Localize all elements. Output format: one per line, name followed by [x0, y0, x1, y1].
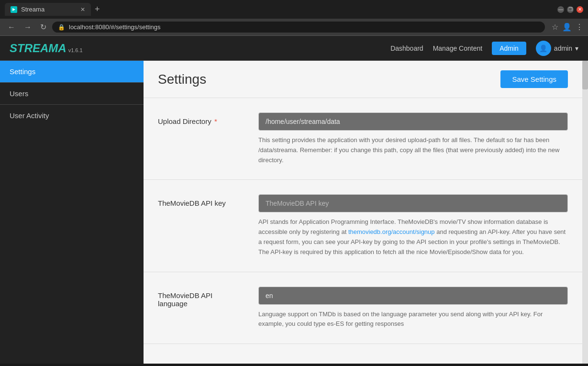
dashboard-link[interactable]: Dashboard — [390, 44, 423, 52]
app-nav: Dashboard Manage Content Admin 👤 admin ▾ — [390, 41, 578, 56]
tmdb-api-language-input[interactable] — [258, 287, 568, 305]
user-name: admin — [554, 44, 572, 52]
tmdb-api-language-content: Language support on TMDb is based on the… — [258, 287, 568, 330]
browser-actions: ☆ 👤 ⋮ — [552, 22, 583, 32]
tab-close-button[interactable]: ✕ — [80, 6, 85, 13]
tmdb-api-key-description: API stands for Application Programming I… — [258, 217, 568, 257]
page-title: Settings — [158, 72, 500, 87]
setting-row-tmdb-api-key: TheMovieDB API key API stands for Applic… — [158, 194, 568, 257]
address-bar-wrap: 🔒 — [52, 22, 545, 33]
main-content: Settings Users User Activity Settings Sa… — [0, 61, 588, 364]
settings-section-tmdb-api-language: TheMovieDB API language Language support… — [144, 272, 582, 344]
required-star: * — [212, 117, 217, 125]
back-button[interactable]: ← — [5, 22, 18, 33]
sidebar-item-users[interactable]: Users — [0, 83, 144, 104]
browser-toolbar: ← → ↻ 🔒 ☆ 👤 ⋮ — [0, 19, 588, 36]
app-logo: STREAMA v1.6.1 — [10, 42, 83, 55]
app: STREAMA v1.6.1 Dashboard Manage Content … — [0, 36, 588, 364]
upload-directory-label: Upload Directory * — [158, 112, 244, 125]
refresh-button[interactable]: ↻ — [37, 22, 49, 33]
setting-row-tmdb-api-language: TheMovieDB API language Language support… — [158, 287, 568, 330]
avatar-icon: 👤 — [539, 44, 547, 52]
tmdb-api-key-content: API stands for Application Programming I… — [258, 194, 568, 257]
account-icon[interactable]: 👤 — [562, 22, 572, 32]
sidebar-item-users-label: Users — [10, 89, 28, 98]
user-avatar: 👤 — [536, 41, 551, 56]
right-scrollbar[interactable] — [582, 61, 588, 364]
window-minimize-button[interactable]: — — [557, 6, 564, 13]
settings-section-tmdb-api-key: TheMovieDB API key API stands for Applic… — [144, 180, 582, 272]
window-close-button[interactable]: ✕ — [577, 6, 583, 13]
sidebar-item-settings[interactable]: Settings — [0, 61, 144, 82]
tmdb-api-key-input[interactable] — [258, 194, 568, 212]
logo-version: v1.6.1 — [68, 47, 83, 53]
menu-icon[interactable]: ⋮ — [576, 22, 583, 32]
upload-directory-content: This setting provides the application wi… — [258, 112, 568, 165]
user-menu[interactable]: 👤 admin ▾ — [536, 41, 578, 56]
browser-tab[interactable]: Streama ✕ — [5, 3, 91, 16]
browser-title-bar: Streama ✕ + — ❐ ✕ — [0, 0, 588, 19]
tmdb-api-language-label: TheMovieDB API language — [158, 287, 244, 308]
tab-title: Streama — [21, 6, 44, 13]
settings-section-upload-directory: Upload Directory * This setting provides… — [144, 98, 582, 180]
themoviedb-signup-link[interactable]: themoviedb.org/account/signup — [348, 228, 435, 235]
streama-tab-icon — [11, 6, 17, 13]
sidebar-item-user-activity[interactable]: User Activity — [0, 105, 144, 126]
page-content: Settings Save Settings Upload Directory … — [144, 61, 582, 364]
sidebar-item-settings-label: Settings — [10, 67, 35, 76]
bookmark-icon[interactable]: ☆ — [552, 22, 558, 32]
tmdb-api-key-label: TheMovieDB API key — [158, 194, 244, 207]
upload-directory-description: This setting provides the application wi… — [258, 135, 568, 165]
sidebar-item-user-activity-label: User Activity — [10, 111, 49, 120]
scrollbar-thumb[interactable] — [582, 61, 588, 89]
tmdb-api-language-description: Language support on TMDb is based on the… — [258, 310, 568, 330]
setting-row-upload-directory: Upload Directory * This setting provides… — [158, 112, 568, 165]
address-bar[interactable] — [69, 23, 539, 31]
admin-link[interactable]: Admin — [492, 42, 526, 55]
save-settings-button[interactable]: Save Settings — [500, 70, 568, 88]
logo-text: STREAMA — [10, 42, 67, 55]
sidebar: Settings Users User Activity — [0, 61, 144, 364]
app-header: STREAMA v1.6.1 Dashboard Manage Content … — [0, 36, 588, 61]
window-maximize-button[interactable]: ❐ — [567, 6, 574, 13]
upload-directory-input[interactable] — [258, 112, 568, 131]
forward-button[interactable]: → — [21, 22, 34, 33]
page-header: Settings Save Settings — [144, 61, 582, 98]
new-tab-button[interactable]: + — [91, 4, 104, 14]
manage-content-link[interactable]: Manage Content — [433, 44, 483, 52]
user-dropdown-icon: ▾ — [575, 44, 578, 52]
browser-chrome: Streama ✕ + — ❐ ✕ ← → ↻ 🔒 ☆ 👤 ⋮ — [0, 0, 588, 36]
lock-icon: 🔒 — [58, 24, 65, 31]
